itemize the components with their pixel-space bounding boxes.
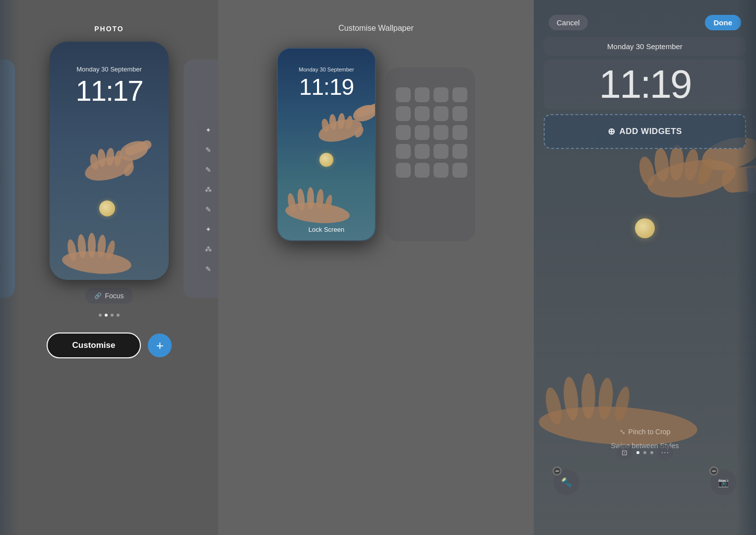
add-wallpaper-button[interactable]: + xyxy=(148,334,172,357)
style-dots-row: ⊡ ··· xyxy=(534,445,756,461)
more-styles-button[interactable]: ··· xyxy=(657,445,673,461)
focus-icon: 🔗 xyxy=(94,292,102,299)
mid-panel: Customise Wallpaper Monday 30 September … xyxy=(218,0,534,535)
add-widgets-label: ADD WIDGETS xyxy=(620,127,682,136)
toolbar-icon-2[interactable]: ✎ xyxy=(202,144,214,156)
toolbar-icon-8[interactable]: ✎ xyxy=(202,263,214,275)
focus-label: Focus xyxy=(105,292,124,300)
app-dot xyxy=(396,163,411,178)
photos-icon: ⊡ xyxy=(622,449,628,457)
left-panel: PHOTO Monday 30 September 11:17 xyxy=(0,0,218,535)
add-widgets-button[interactable]: ⊕ ADD WIDGETS xyxy=(544,114,746,149)
right-time-box[interactable]: 11:19 xyxy=(544,60,746,109)
side-strip-left xyxy=(0,60,15,298)
done-button[interactable]: Done xyxy=(705,15,742,30)
style-dot-2 xyxy=(643,451,646,454)
bottom-icons-row: − 🔦 − 📷 xyxy=(534,469,756,495)
page-dots xyxy=(99,314,120,317)
toolbar-icon-6[interactable]: ✦ xyxy=(202,223,214,235)
remove-camera-icon[interactable]: − xyxy=(709,467,718,475)
style-dot-1 xyxy=(636,451,639,454)
hand-upper-mid-icon xyxy=(301,98,376,158)
app-dot xyxy=(415,87,430,102)
more-icon: ··· xyxy=(661,448,669,457)
phone-preview-left: Monday 30 September 11:17 xyxy=(50,42,169,280)
camera-button[interactable]: − 📷 xyxy=(710,469,736,495)
app-dot xyxy=(396,144,411,159)
svg-point-25 xyxy=(307,187,314,210)
app-dot xyxy=(415,144,430,159)
customise-row: Customise + xyxy=(47,333,172,358)
customise-wallpaper-title: Customise Wallpaper xyxy=(338,24,413,33)
toolbar-icons: ✦ ✎ ✎ ⁂ ✎ ✦ ⁂ ✎ xyxy=(198,119,218,280)
app-dot xyxy=(415,163,430,178)
app-dot xyxy=(434,106,448,121)
moon-mid xyxy=(319,153,333,167)
flashlight-icon: 🔦 xyxy=(561,477,572,488)
app-dot xyxy=(452,125,467,140)
hand-upper-left-icon xyxy=(64,131,154,196)
app-dot xyxy=(452,144,467,159)
toolbar-icon-3[interactable]: ✎ xyxy=(202,164,214,176)
app-dot xyxy=(434,144,448,159)
hand-lower-mid-icon xyxy=(277,186,362,225)
app-dot xyxy=(434,125,448,140)
app-dot xyxy=(434,87,448,102)
photos-style-icon[interactable]: ⊡ xyxy=(617,445,632,461)
photo-label: PHOTO xyxy=(94,25,124,33)
add-widgets-icon: ⊕ xyxy=(608,126,616,137)
crop-icon: ⤡ xyxy=(620,428,626,436)
svg-point-11 xyxy=(88,233,96,258)
toolbar-icon-1[interactable]: ✦ xyxy=(202,124,214,136)
mid-phone-home[interactable] xyxy=(386,67,475,241)
camera-icon: 📷 xyxy=(718,477,729,488)
app-dot xyxy=(415,106,430,121)
app-dot xyxy=(452,106,467,121)
hand-lower-left-icon xyxy=(52,230,151,275)
style-dot-3 xyxy=(650,451,653,454)
mid-phone-date: Monday 30 September xyxy=(278,67,375,72)
app-dot xyxy=(396,125,411,140)
flashlight-button[interactable]: − 🔦 xyxy=(554,469,579,495)
app-dot xyxy=(452,163,467,178)
dot-2 xyxy=(105,314,108,317)
remove-flashlight-icon[interactable]: − xyxy=(553,467,562,475)
app-dot xyxy=(452,87,467,102)
phone-time-left: 11:17 xyxy=(50,74,169,107)
dot-3 xyxy=(111,314,114,317)
toolbar-icon-7[interactable]: ⁂ xyxy=(202,243,214,255)
pinch-label: Pinch to Crop xyxy=(629,428,671,436)
dot-4 xyxy=(117,314,120,317)
right-date-box[interactable]: Monday 30 September xyxy=(544,37,746,56)
mid-phone-lock[interactable]: Monday 30 September 11:19 xyxy=(277,48,376,241)
phone-date-left: Monday 30 September xyxy=(50,66,169,73)
app-dot xyxy=(434,163,448,178)
dot-1 xyxy=(99,314,102,317)
toolbar-icon-5[interactable]: ✎ xyxy=(202,203,214,215)
svg-point-40 xyxy=(581,373,595,419)
focus-button[interactable]: 🔗 Focus xyxy=(85,288,132,304)
mid-phone-time: 11:19 xyxy=(278,73,375,100)
customise-button[interactable]: Customise xyxy=(47,333,141,358)
app-grid xyxy=(396,87,465,178)
moon-right xyxy=(635,218,655,238)
cancel-button[interactable]: Cancel xyxy=(549,15,588,30)
moon-left xyxy=(99,201,115,216)
app-dot xyxy=(396,106,411,121)
side-strip-right: ✦ ✎ ✎ ⁂ ✎ ✦ ⁂ ✎ xyxy=(184,60,218,298)
right-panel: Cancel Done Monday 30 September 11:19 ⊕ … xyxy=(534,0,756,535)
lock-screen-label: Lock Screen xyxy=(278,226,375,233)
app-dot xyxy=(396,87,411,102)
pinch-to-crop-label: ⤡ Pinch to Crop xyxy=(534,428,756,436)
right-top-bar: Cancel Done xyxy=(534,0,756,30)
toolbar-icon-4[interactable]: ⁂ xyxy=(202,184,214,196)
app-dot xyxy=(415,125,430,140)
mid-phone-container: Monday 30 September 11:19 xyxy=(277,48,475,241)
